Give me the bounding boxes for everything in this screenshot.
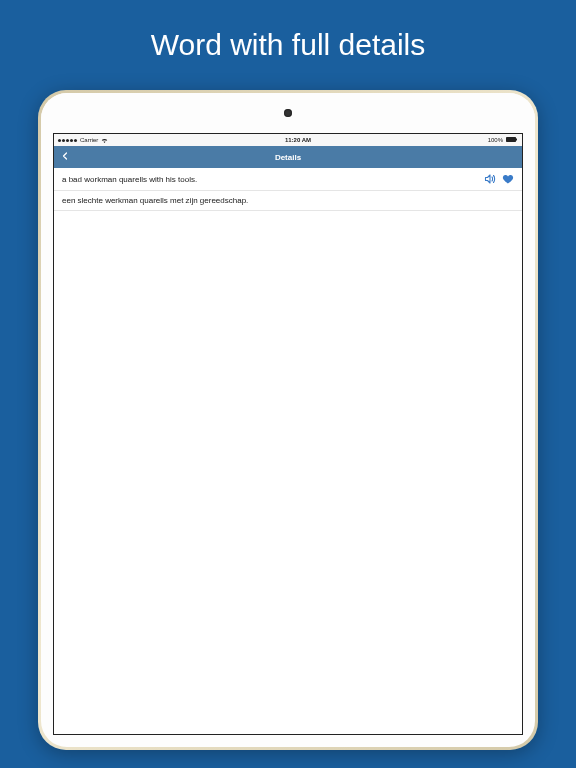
status-left: Carrier	[58, 137, 108, 143]
svg-rect-1	[516, 139, 517, 141]
status-bar: Carrier 11:20 AM 100%	[54, 134, 522, 146]
row-actions	[484, 173, 514, 185]
tablet-bezel-top	[41, 93, 535, 133]
carrier-label: Carrier	[80, 137, 98, 143]
front-camera	[284, 109, 292, 117]
battery-percent: 100%	[488, 137, 503, 143]
battery-icon	[506, 137, 518, 143]
translation-row: een slechte werkman quarells met zijn ge…	[54, 191, 522, 211]
status-time: 11:20 AM	[285, 137, 311, 143]
back-button[interactable]	[60, 150, 74, 164]
translation-text: een slechte werkman quarells met zijn ge…	[62, 196, 248, 205]
wifi-icon	[101, 138, 108, 143]
nav-bar: Details	[54, 146, 522, 168]
heart-icon[interactable]	[502, 173, 514, 185]
svg-rect-0	[506, 137, 516, 142]
tablet-frame: Carrier 11:20 AM 100%	[38, 90, 538, 750]
tablet-body: Carrier 11:20 AM 100%	[41, 93, 535, 747]
device-screen: Carrier 11:20 AM 100%	[53, 133, 523, 735]
source-row: a bad workman quarells with his tools.	[54, 168, 522, 191]
promo-background: Word with full details Carrier	[0, 0, 576, 768]
signal-icon	[58, 139, 77, 142]
svg-marker-2	[486, 175, 491, 183]
promo-headline: Word with full details	[151, 28, 426, 62]
source-text: a bad workman quarells with his tools.	[62, 175, 197, 184]
speaker-icon[interactable]	[484, 173, 496, 185]
nav-title: Details	[54, 153, 522, 162]
details-content: a bad workman quarells with his tools.	[54, 168, 522, 734]
status-right: 100%	[488, 137, 518, 143]
